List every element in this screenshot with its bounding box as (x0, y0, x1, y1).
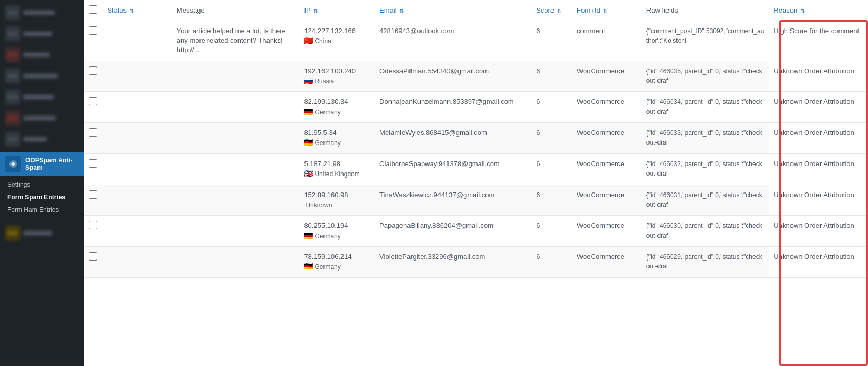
ip-address: 80.255.10.194 (304, 221, 371, 230)
row-reason: Unknown Order Attribution (769, 153, 868, 185)
row-email: TinaWaszkiewicz.944137@gmail.com (375, 185, 532, 216)
row-checkbox[interactable] (89, 159, 97, 168)
sidebar-link-form-ham[interactable]: Form Ham Entries (0, 204, 84, 216)
country-name: China (314, 37, 331, 45)
row-checkbox-cell (84, 92, 103, 123)
row-status (103, 153, 173, 185)
row-reason: Unknown Order Attribution (769, 92, 868, 123)
row-checkbox[interactable] (89, 26, 97, 35)
row-rawfields: {"id":466029,"parent_id":0,"status":"che… (642, 247, 770, 278)
header-email[interactable]: Email ⇅ (375, 0, 532, 21)
row-checkbox-cell (84, 123, 103, 154)
row-formid: WooCommerce (573, 61, 642, 92)
table-row: 82.199.130.34🇩🇪GermanyDonnajeanKunzelman… (84, 92, 868, 123)
row-status (103, 123, 173, 154)
table-row: 81.95.5.34🇩🇪GermanyMelamieWyles.868415@g… (84, 123, 868, 154)
country-flag: 🇬🇧 (304, 169, 313, 178)
country-name: Germany (314, 263, 340, 271)
rawfields-text: {"id":466029,"parent_id":0,"status":"che… (646, 253, 762, 270)
row-ip: 82.199.130.34🇩🇪Germany (300, 92, 375, 123)
row-score: 6 (532, 21, 573, 61)
row-ip: 152.89.160.98Unknown (300, 185, 375, 216)
row-ip: 192.162.100.240🇷🇺Russia (300, 61, 375, 92)
sidebar-item-1[interactable] (0, 2, 84, 23)
row-checkbox[interactable] (89, 252, 97, 261)
sidebar-icon-1 (5, 5, 20, 20)
country-flag: 🇩🇪 (304, 138, 313, 147)
row-rawfields: {"id":466030,"parent_id":0,"status":"che… (642, 216, 770, 247)
row-checkbox[interactable] (89, 66, 97, 75)
row-rawfields: {"comment_post_ID":53092,"comment_author… (642, 21, 770, 61)
row-ip: 80.255.10.194🇩🇪Germany (300, 216, 375, 247)
row-message (173, 92, 300, 123)
row-checkbox[interactable] (89, 128, 97, 137)
sidebar-link-form-spam[interactable]: Form Spam Entries (0, 191, 84, 204)
row-formid: comment (573, 21, 642, 61)
row-ip: 81.95.5.34🇩🇪Germany (300, 123, 375, 154)
row-rawfields: {"id":466035,"parent_id":0,"status":"che… (642, 61, 770, 92)
row-email: MelamieWyles.868415@gmail.com (375, 123, 532, 154)
header-formid[interactable]: Form Id ⇅ (573, 0, 642, 21)
sidebar-item-7[interactable] (0, 129, 84, 150)
header-checkbox[interactable] (84, 0, 103, 21)
sidebar-icon-3 (5, 47, 20, 62)
ip-country: 🇩🇪Germany (304, 231, 371, 242)
row-message (173, 185, 300, 216)
country-flag: 🇩🇪 (304, 108, 313, 116)
header-ip[interactable]: IP ⇅ (300, 0, 375, 21)
row-status (103, 185, 173, 216)
row-formid: WooCommerce (573, 185, 642, 216)
sidebar-item-6[interactable] (0, 108, 84, 129)
row-checkbox[interactable] (89, 97, 97, 105)
table-row: 78.159.106.214🇩🇪GermanyViolettePargiter.… (84, 247, 868, 278)
rawfields-text: {"id":466035,"parent_id":0,"status":"che… (646, 68, 762, 84)
row-formid: WooCommerce (573, 216, 642, 247)
row-checkbox-cell (84, 153, 103, 185)
ip-address: 5.187.21.98 (304, 159, 371, 169)
country-name: Germany (314, 109, 340, 116)
country-name: Unknown (306, 201, 332, 209)
sidebar-icon-5 (5, 90, 20, 104)
spam-entries-table: Status ⇅ Message IP ⇅ Email ⇅ (84, 0, 868, 278)
rawfields-text: {"id":466030,"parent_id":0,"status":"che… (646, 222, 762, 239)
ip-address: 192.162.100.240 (304, 66, 371, 76)
row-score: 6 (532, 216, 573, 247)
brand-item[interactable]: OOPSpam Anti-Spam (0, 152, 84, 176)
row-score: 6 (532, 185, 573, 216)
row-formid: WooCommerce (573, 92, 642, 123)
row-status (103, 216, 173, 247)
rawfields-text: {"id":466033,"parent_id":0,"status":"che… (646, 129, 762, 146)
row-status (103, 92, 173, 123)
email-sort-icon: ⇅ (399, 8, 404, 14)
reason-text: Unknown Order Attribution (774, 129, 854, 137)
row-email: 42816943@outlook.com (375, 21, 532, 61)
header-reason[interactable]: Reason ⇅ (769, 0, 868, 21)
header-message: Message (173, 0, 300, 21)
row-email: OdessaPillman.554340@gmail.com (375, 61, 532, 92)
sidebar-item-3[interactable] (0, 44, 84, 65)
brand-label: OOPSpam Anti-Spam (25, 157, 79, 171)
row-rawfields: {"id":466033,"parent_id":0,"status":"che… (642, 123, 770, 154)
row-formid: WooCommerce (573, 247, 642, 278)
sidebar-item-2[interactable] (0, 23, 84, 44)
sidebar-icon-4 (5, 69, 20, 83)
reason-text: Unknown Order Attribution (774, 253, 854, 261)
row-checkbox[interactable] (89, 190, 97, 199)
row-email: DonnajeanKunzelmann.853397@gmail.com (375, 92, 532, 123)
header-score[interactable]: Score ⇅ (532, 0, 573, 21)
row-checkbox[interactable] (89, 221, 97, 229)
row-rawfields: {"id":466031,"parent_id":0,"status":"che… (642, 185, 770, 216)
row-ip: 124.227.132.166🇨🇳China (300, 21, 375, 61)
sidebar-item-4[interactable] (0, 65, 84, 86)
sidebar-link-settings[interactable]: Settings (0, 178, 84, 191)
header-status[interactable]: Status ⇅ (103, 0, 173, 21)
rawfields-text: {"id":466032,"parent_id":0,"status":"che… (646, 160, 762, 177)
sidebar-item-5[interactable] (0, 86, 84, 108)
row-message (173, 216, 300, 247)
country-name: United Kingdom (314, 170, 359, 178)
select-all-checkbox[interactable] (89, 5, 97, 14)
row-ip: 78.159.106.214🇩🇪Germany (300, 247, 375, 278)
ip-country: 🇬🇧United Kingdom (304, 169, 371, 179)
row-email: PapagenaBillany.836204@gmail.com (375, 216, 532, 247)
sidebar-item-bottom[interactable] (0, 223, 84, 244)
